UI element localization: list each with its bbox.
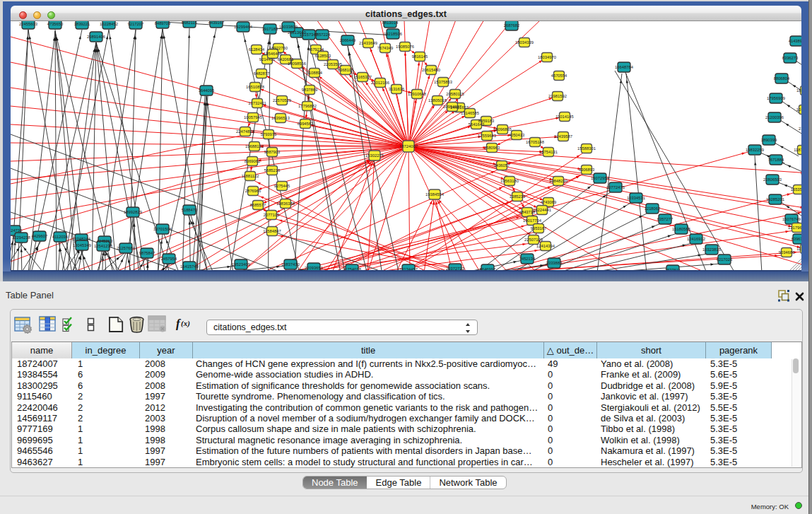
svg-text:(x): (x) (181, 319, 190, 328)
